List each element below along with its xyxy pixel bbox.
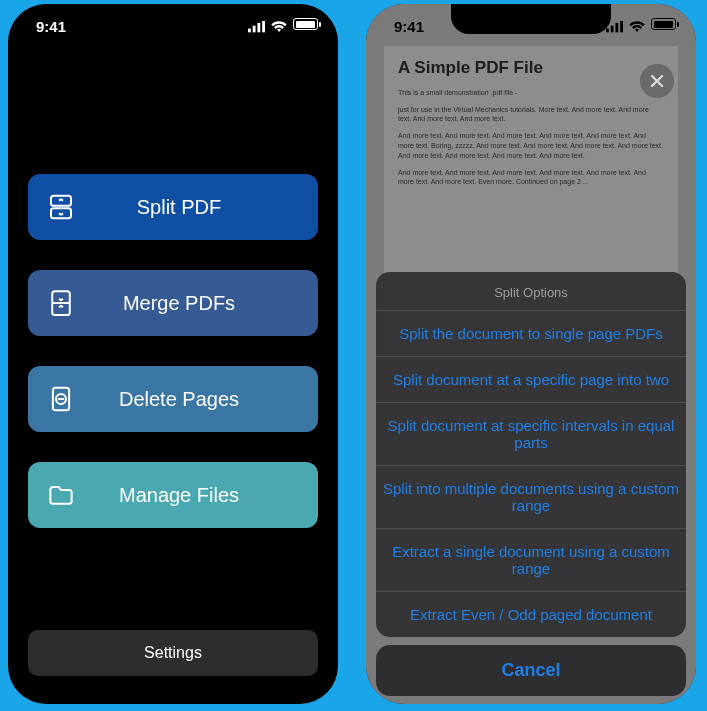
svg-rect-0 [248,29,251,33]
battery-icon [293,18,318,30]
split-intervals-option[interactable]: Split document at specific intervals in … [376,402,686,465]
svg-rect-4 [51,196,71,206]
split-icon [46,192,76,222]
action-sheet: Split Options Split the document to sing… [376,272,686,696]
status-icons [248,18,318,30]
split-custom-range-option[interactable]: Split into multiple documents using a cu… [376,465,686,528]
wifi-icon [271,19,287,30]
merge-pdfs-button[interactable]: Merge PDFs [28,270,318,336]
extract-even-odd-option[interactable]: Extract Even / Odd paged document [376,591,686,637]
settings-label: Settings [144,644,202,662]
status-time: 9:41 [36,18,66,35]
cancel-button[interactable]: Cancel [376,645,686,696]
close-button[interactable] [640,64,674,98]
svg-rect-13 [615,23,618,32]
phone-home: 9:41 Split PDF [8,4,338,704]
phone-split-options: A Simple PDF File This is a small demons… [366,4,696,704]
close-icon [649,73,665,89]
svg-rect-11 [606,29,609,33]
manage-files-button[interactable]: Manage Files [28,462,318,528]
delete-pages-label: Delete Pages [76,388,318,411]
svg-rect-14 [620,21,623,32]
notch [93,4,253,34]
manage-files-label: Manage Files [76,484,318,507]
action-sheet-title: Split Options [376,272,686,310]
svg-rect-5 [51,208,71,218]
settings-button[interactable]: Settings [28,630,318,676]
wifi-icon [629,19,645,30]
split-pdf-label: Split PDF [76,196,318,219]
merge-icon [46,288,76,318]
status-time: 9:41 [394,18,424,35]
split-pdf-button[interactable]: Split PDF [28,174,318,240]
split-at-page-option[interactable]: Split document at a specific page into t… [376,356,686,402]
folder-icon [46,480,76,510]
cancel-label: Cancel [501,660,560,680]
delete-pages-button[interactable]: Delete Pages [28,366,318,432]
svg-rect-2 [257,23,260,32]
status-icons [606,18,676,30]
battery-icon [651,18,676,30]
extract-single-range-option[interactable]: Extract a single document using a custom… [376,528,686,591]
svg-rect-1 [253,26,256,33]
split-single-pages-option[interactable]: Split the document to single page PDFs [376,310,686,356]
merge-pdfs-label: Merge PDFs [76,292,318,315]
action-sheet-group: Split Options Split the document to sing… [376,272,686,637]
notch [451,4,611,34]
delete-pages-icon [46,384,76,414]
svg-rect-3 [262,21,265,32]
home-menu: Split PDF Merge PDFs Delete Pages Ma [28,174,318,528]
svg-rect-12 [611,26,614,33]
